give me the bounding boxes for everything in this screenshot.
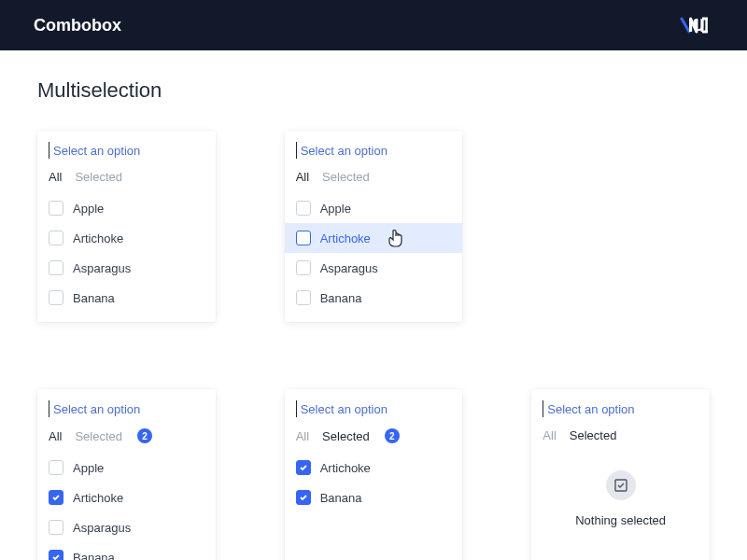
filter-tabs: All Selected (37, 170, 216, 193)
option-label: Apple (320, 202, 351, 216)
empty-state: Nothing selected (531, 452, 710, 539)
option-list: Apple Artichoke Asparagus (285, 193, 463, 313)
combobox-panel: Select an option All Selected Apple Arti… (285, 131, 463, 322)
option-label: Artichoke (320, 231, 371, 245)
placeholder: Select an option (547, 402, 634, 416)
tab-selected[interactable]: Selected (322, 429, 370, 443)
placeholder: Select an option (53, 144, 140, 158)
option-label: Banana (73, 551, 115, 561)
tab-all[interactable]: All (49, 170, 62, 184)
list-item[interactable]: Banana (37, 283, 216, 313)
content: Multiselection Select an option All Sele… (0, 50, 747, 560)
empty-check-icon (606, 470, 636, 500)
filter-tabs: All Selected (285, 170, 463, 193)
combobox-input[interactable]: Select an option (49, 400, 204, 417)
checkbox-icon[interactable] (49, 290, 63, 305)
list-item[interactable]: Artichoke (37, 483, 216, 512)
tab-selected[interactable]: Selected (570, 428, 617, 442)
checkbox-icon[interactable] (49, 490, 63, 505)
list-item[interactable]: Asparagus (285, 253, 463, 283)
combobox-input[interactable]: Select an option (543, 400, 698, 417)
tab-all[interactable]: All (543, 428, 556, 442)
list-item[interactable]: Banana (285, 283, 463, 313)
selected-count-badge: 2 (137, 428, 152, 443)
option-list: Apple Artichoke Asparagus Banana (37, 193, 216, 313)
list-item[interactable]: Apple (37, 193, 216, 223)
placeholder: Select an option (53, 402, 140, 416)
option-label: Apple (73, 461, 104, 475)
option-label: Apple (73, 202, 104, 216)
checkbox-icon[interactable] (296, 231, 311, 245)
option-label: Artichoke (73, 491, 123, 505)
combobox-panel: Select an option All Selected Apple Arti… (37, 131, 216, 322)
cursor-pointer-icon (388, 229, 404, 250)
tab-selected[interactable]: Selected (75, 170, 122, 184)
placeholder: Select an option (301, 402, 388, 416)
option-label: Banana (320, 291, 362, 305)
checkbox-icon[interactable] (49, 520, 63, 535)
filter-tabs: All Selected 2 (285, 428, 463, 453)
list-item[interactable]: Artichoke (285, 453, 463, 483)
checkbox-icon[interactable] (296, 490, 311, 505)
checkbox-icon[interactable] (49, 550, 63, 560)
filter-tabs: All Selected (531, 428, 710, 452)
logo-icon: UI (680, 17, 713, 34)
page-title: Multiselection (37, 78, 710, 103)
option-list: Apple Artichoke Asparagus Banana (37, 453, 216, 560)
combobox-panel: Select an option All Selected Nothing se… (531, 389, 710, 560)
list-item[interactable]: Banana (285, 483, 463, 512)
option-list: Artichoke Banana (285, 453, 463, 512)
checkbox-icon[interactable] (49, 231, 63, 245)
brand-title: Combobox (34, 16, 121, 35)
tab-all[interactable]: All (49, 429, 62, 443)
option-label: Asparagus (320, 261, 378, 275)
svg-rect-1 (615, 480, 627, 491)
list-item[interactable]: Asparagus (37, 512, 216, 542)
list-item[interactable]: Artichoke (285, 223, 463, 253)
combobox-input[interactable]: Select an option (296, 142, 452, 159)
checkbox-icon[interactable] (296, 290, 311, 305)
placeholder: Select an option (301, 144, 388, 158)
combobox-panel: Select an option All Selected 2 Apple Ar… (37, 389, 216, 560)
option-label: Asparagus (73, 261, 131, 275)
selected-count-badge: 2 (385, 428, 400, 443)
tab-all[interactable]: All (296, 170, 309, 184)
option-label: Artichoke (73, 231, 123, 245)
combobox-input[interactable]: Select an option (296, 400, 452, 417)
checkbox-icon[interactable] (296, 260, 311, 275)
list-item[interactable]: Apple (37, 453, 216, 483)
option-label: Banana (320, 491, 362, 505)
topbar: Combobox UI (0, 0, 747, 50)
checkbox-icon[interactable] (49, 260, 63, 275)
list-item[interactable]: Banana (37, 542, 216, 560)
checkbox-icon[interactable] (49, 460, 63, 475)
list-item[interactable]: Apple (285, 193, 463, 223)
option-label: Banana (73, 291, 115, 305)
checkbox-icon[interactable] (296, 201, 311, 216)
empty-cell (531, 131, 710, 322)
option-label: Artichoke (320, 461, 371, 475)
empty-label: Nothing selected (575, 513, 666, 527)
option-label: Asparagus (73, 521, 131, 535)
filter-tabs: All Selected 2 (37, 428, 216, 453)
svg-text:UI: UI (693, 17, 709, 34)
checkbox-icon[interactable] (296, 460, 311, 475)
combobox-grid: Select an option All Selected Apple Arti… (37, 131, 710, 560)
checkbox-icon[interactable] (49, 201, 63, 216)
tab-all[interactable]: All (296, 429, 309, 443)
combobox-input[interactable]: Select an option (49, 142, 204, 159)
tab-selected[interactable]: Selected (322, 170, 370, 184)
tab-selected[interactable]: Selected (75, 429, 122, 443)
combobox-panel: Select an option All Selected 2 Artichok… (285, 389, 463, 560)
list-item[interactable]: Asparagus (37, 253, 216, 283)
list-item[interactable]: Artichoke (37, 223, 216, 253)
